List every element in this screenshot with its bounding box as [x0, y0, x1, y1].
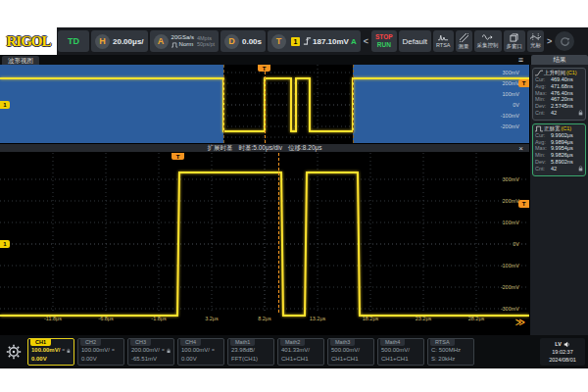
run-stop-button[interactable]: STOP RUN: [371, 30, 397, 52]
window-menu-icon[interactable]: ≡: [518, 56, 523, 65]
zoom-ch1-ground-marker[interactable]: 1: [0, 240, 10, 248]
main-ch1-ground-marker[interactable]: 1: [0, 101, 10, 109]
main-area: T 1 T 300mV200mV100mV0V-100mV-200mV 扩展时基…: [0, 65, 588, 335]
channel-scale: 200.00mV/=: [131, 346, 171, 355]
channel-offset: 0.00V: [181, 355, 220, 364]
channel-box-ch2[interactable]: CH2100.00mV/=0.00V: [77, 338, 124, 366]
channel-box-math1[interactable]: Math123.98dB/FFT(CH1): [227, 338, 274, 366]
acquisition-button[interactable]: A 20GSa/s Norm 4Mpts 50ps/pt: [150, 30, 219, 52]
acquire-control-button[interactable]: 采集控制: [474, 30, 502, 52]
channel-offset: CH1+CH1: [381, 355, 420, 364]
voltage-label: 200mV: [484, 80, 519, 86]
zoom-waveform-window[interactable]: T 1 T 300mV200mV100mV0V-100mV-200mV-300m…: [0, 153, 529, 335]
delay-value: 0.00s: [242, 37, 262, 46]
zoom-trigger-level-marker[interactable]: T: [518, 200, 529, 208]
signal-out-icon: [482, 33, 493, 41]
channel-scale: 500.00mV/: [331, 346, 370, 355]
channel-box-rtsa[interactable]: RTSAC: 500MHzS: 20kHz: [427, 338, 474, 366]
measurement-row: Min:9.9826μs: [535, 152, 583, 159]
channel-tab: CH2: [80, 339, 101, 346]
collapse-chevron-icon[interactable]: <: [362, 36, 370, 46]
point-time: 50ps/pt: [197, 41, 215, 48]
zoom-region-right-edge[interactable]: [353, 65, 354, 143]
expand-menu-icon[interactable]: ≫: [515, 317, 525, 327]
zoom-trigger-position-flag[interactable]: T: [172, 153, 184, 160]
main-trigger-level-marker[interactable]: T: [518, 79, 529, 87]
time-label: -11.8μs: [37, 316, 69, 321]
delay-button[interactable]: D 0.00s: [220, 30, 266, 52]
measure-button[interactable]: 测量: [456, 30, 472, 52]
measurement-row: Cnt:42: [535, 110, 583, 118]
measurement-card-rise-time[interactable]: 上升时间(C1) Cur:469.40nsAvg:471.68nsMax:476…: [532, 68, 586, 121]
cursor-button[interactable]: 光标: [527, 30, 544, 52]
measurement-source: (C1): [562, 125, 572, 132]
channel-box-ch4[interactable]: CH4100.00mV/=0.00V: [177, 338, 224, 366]
oscilloscope-screen: RIGOL TD H 20.00μs/ A 20GSa/s Norm 4Mpts…: [0, 27, 588, 368]
rigol-logo: RIGOL: [0, 27, 57, 55]
run-label: RUN: [377, 41, 391, 49]
trigger-level: 187.10mV: [313, 37, 349, 46]
zoom-region-left-edge[interactable]: [223, 65, 224, 143]
spectrum-icon: [438, 33, 449, 41]
system-status-box[interactable]: LV 19:02:37 2024/08/01: [540, 338, 585, 366]
zoom-offset: 位移:8.20μs: [288, 144, 321, 153]
settings-button[interactable]: [3, 338, 24, 366]
timebase-value: 20.00μs/: [113, 37, 144, 46]
time-label: -1.8μs: [143, 316, 174, 321]
voltage-label: -100mV: [484, 113, 519, 119]
voltage-label: 0V: [484, 102, 519, 108]
main-trigger-position-line: [265, 72, 266, 143]
acquire-control-label: 采集控制: [477, 41, 499, 49]
measurement-source: (C1): [566, 70, 577, 76]
trigger-button[interactable]: T 1 187.10mV A: [268, 30, 361, 52]
expand-chevron-icon[interactable]: >: [545, 36, 554, 46]
zoom-window-header[interactable]: 扩展时基 时基:5.00μs/div 位移:8.20μs ×: [0, 143, 529, 153]
channel-offset: 0.00V: [81, 355, 121, 364]
voltage-label: -200mV: [484, 123, 519, 129]
channel-scale: 23.98dB/: [231, 346, 270, 355]
time-label: 28.2μs: [461, 316, 492, 321]
main-trigger-position-flag[interactable]: T: [258, 65, 270, 72]
ruler-icon: [460, 33, 468, 42]
trigger-source-badge: 1: [291, 37, 300, 46]
channel-tab: Math1: [230, 339, 255, 346]
channel-box-math4[interactable]: Math4500.00mV/CH1+CH1: [377, 338, 424, 366]
channel-scale: 100.00mV/=: [81, 346, 121, 355]
channel-offset: FFT(CH1): [231, 355, 270, 364]
rtsa-button[interactable]: RTSA: [433, 30, 454, 52]
lock-icon: [167, 348, 171, 354]
measurement-card-positive-width[interactable]: 正脉宽(C1) Cur:9.9902μsAvg:9.9894μsMax:9.99…: [532, 123, 586, 176]
main-waveform-window[interactable]: T 1 T 300mV200mV100mV0V-100mV-200mV: [0, 65, 529, 143]
channel-scale: 100.00mV/=: [31, 346, 71, 355]
channel-offset: 0.00V: [31, 355, 71, 364]
auto-setup-button[interactable]: [555, 31, 574, 51]
channel-box-ch1[interactable]: CH1100.00mV/=0.00V: [27, 338, 74, 366]
bandwidth-icon: =: [62, 346, 65, 355]
measurement-name: 上升时间: [544, 70, 565, 76]
top-toolbar: RIGOL TD H 20.00μs/ A 20GSa/s Norm 4Mpts…: [0, 27, 588, 55]
horizontal-button[interactable]: H 20.00μs/: [91, 30, 148, 52]
default-button[interactable]: Default: [399, 30, 431, 52]
tab-waveform-view[interactable]: 波形视图: [2, 56, 39, 65]
multi-window-button[interactable]: 多窗口: [504, 30, 526, 52]
t-icon: T: [271, 34, 286, 49]
channel-scale: C: 500MHz: [431, 346, 470, 355]
acquire-mode-button[interactable]: TD: [58, 30, 89, 52]
channel-scale: 401.33mV/: [281, 346, 320, 355]
time-label: 23.2μs: [408, 316, 439, 321]
channel-tab: Math4: [380, 339, 405, 346]
channel-box-ch3[interactable]: CH3200.00mV/=-65.51mV: [127, 338, 174, 366]
channel-box-math3[interactable]: Math3500.00mV/CH1+CH1: [327, 338, 374, 366]
system-time: 19:02:37: [552, 348, 572, 356]
channel-offset: -65.51mV: [131, 355, 171, 364]
gear-icon: [6, 344, 22, 360]
zoom-cursor-line: [278, 153, 279, 313]
lv-label: LV: [555, 340, 562, 348]
results-panel-header[interactable]: 结果: [531, 55, 588, 65]
channel-tab: CH1: [30, 339, 51, 346]
channel-box-math2[interactable]: Math2401.33mV/CH1+CH1: [277, 338, 324, 366]
bandwidth-icon: =: [162, 346, 165, 355]
measurement-row: Cur:9.9902μs: [535, 132, 583, 139]
measurement-row: Cur:469.40ns: [535, 76, 583, 83]
default-label: Default: [403, 37, 427, 46]
